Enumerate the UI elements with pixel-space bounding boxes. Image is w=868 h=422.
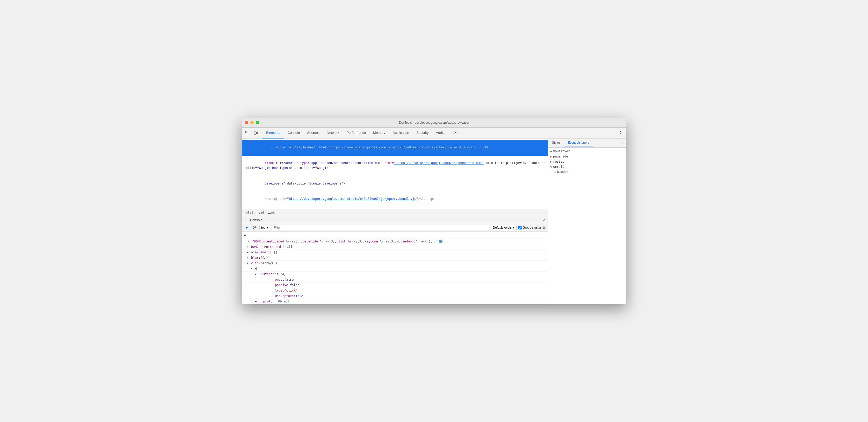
- event-item-pagehide[interactable]: ▶ pagehide: [548, 154, 626, 159]
- expand-arrow-proto[interactable]: ▶: [255, 300, 257, 303]
- inspect-element-icon[interactable]: [244, 129, 251, 137]
- sep-click: :: [260, 261, 262, 265]
- val-listener: f (d): [276, 272, 286, 276]
- console-settings-icon[interactable]: ⚙: [542, 226, 546, 230]
- more-right-tabs-icon[interactable]: »: [619, 138, 626, 147]
- key-usecapture: useCapture: [259, 294, 294, 298]
- entry-index-0[interactable]: ▼ 0:: [242, 266, 548, 271]
- info-icon[interactable]: i: [439, 239, 442, 243]
- scroll-expand-icon[interactable]: ▼: [551, 165, 552, 168]
- run-script-icon[interactable]: [244, 225, 250, 231]
- context-value: top: [261, 226, 266, 229]
- device-toolbar-icon[interactable]: [252, 129, 259, 137]
- tab-event-listeners[interactable]: Event Listeners: [564, 139, 593, 147]
- val-once: false: [284, 278, 294, 282]
- tab-security[interactable]: Security: [413, 128, 432, 138]
- dom-line-selected[interactable]: ... <link rel="stylesheet" href="https:/…: [242, 140, 548, 156]
- main-tabs: Elements Console Sources Network Perform…: [262, 128, 617, 138]
- block-icon[interactable]: [252, 225, 258, 231]
- tab-memory[interactable]: Memory: [370, 128, 389, 138]
- expand-arrow-blur[interactable]: ▶: [247, 256, 248, 259]
- dom-line-2[interactable]: <link rel="search" type="application/ope…: [242, 156, 548, 176]
- stylesheet-url[interactable]: "https://developers.google.com/_static/6…: [329, 146, 475, 150]
- close-button[interactable]: [245, 121, 248, 124]
- sep-usecapture: :: [294, 294, 296, 298]
- event-item-scroll[interactable]: ▼ scroll: [548, 164, 626, 169]
- key-click: click: [251, 261, 260, 265]
- tab-console[interactable]: Console: [284, 128, 304, 138]
- breadcrumb-head[interactable]: head: [255, 210, 265, 215]
- entry-usecapture[interactable]: useCapture: true: [242, 293, 548, 299]
- expand-arrow-idx0[interactable]: ▼: [251, 267, 253, 270]
- entry-type[interactable]: type: "click": [242, 288, 548, 293]
- key-ajaxsend: ajaxSend: [251, 251, 266, 254]
- expand-arrow-listener[interactable]: ▶: [255, 272, 257, 275]
- scroll-label: scroll: [553, 165, 564, 169]
- entry-click[interactable]: ▼ click: Array(3): [242, 261, 548, 266]
- data-title-val: "Google Developers": [308, 182, 343, 186]
- entry-blur[interactable]: ▶ blur: [{…}]: [242, 255, 548, 261]
- key-once: once: [259, 278, 282, 282]
- window-expand-icon[interactable]: ▶: [555, 170, 556, 173]
- entry-ajaxsend[interactable]: ▶ ajaxSend: [{…}]: [242, 250, 548, 255]
- entry-once[interactable]: once: false: [242, 277, 548, 283]
- key-idx0: 0:: [255, 267, 259, 270]
- event-item-resize[interactable]: ▶ resize: [548, 159, 626, 164]
- tab-audits[interactable]: Audits: [432, 128, 449, 138]
- console-entry-root[interactable]: ▼ {DOMContentLoaded: Array(1), pagehide:…: [242, 239, 548, 244]
- right-panel: Styles Event Listeners » ▶ mouseover ▶ p…: [548, 138, 626, 304]
- dom-line-3[interactable]: <script src="https://developers.google.c…: [242, 192, 548, 207]
- minimize-button[interactable]: [250, 121, 254, 124]
- tab-axe[interactable]: aXe: [449, 128, 462, 138]
- entry-listener[interactable]: ▶ listener: f (d): [242, 271, 548, 277]
- console-close-icon[interactable]: ✕: [542, 218, 546, 222]
- arr3: Array(3): [348, 239, 363, 243]
- resize-expand-icon[interactable]: ▶: [551, 160, 552, 163]
- group-similar-checkbox[interactable]: [518, 226, 522, 229]
- tab-sources[interactable]: Sources: [304, 128, 323, 138]
- sep-proto: :: [276, 300, 278, 303]
- comma2: ,: [335, 239, 337, 243]
- expand-arrow-ajax[interactable]: ▶: [247, 251, 248, 254]
- key-type: type: [259, 289, 282, 292]
- more-tabs-icon[interactable]: ⋮: [617, 129, 624, 137]
- tab-network[interactable]: Network: [323, 128, 343, 138]
- expand-arrow-root[interactable]: ▼: [248, 240, 249, 243]
- arr1: Array(1): [286, 239, 301, 243]
- tab-performance[interactable]: Performance: [343, 128, 369, 138]
- expand-arrow-click[interactable]: ▼: [247, 262, 248, 264]
- tab-application[interactable]: Application: [389, 128, 413, 138]
- comma3: ,: [363, 239, 365, 243]
- event-item-mouseover[interactable]: ▶ mouseover: [548, 149, 626, 154]
- levels-selector[interactable]: Default levels ▾: [491, 225, 517, 230]
- svg-marker-3: [246, 226, 248, 229]
- filter-input[interactable]: [272, 225, 489, 230]
- console-menu-icon[interactable]: ⋮: [244, 218, 248, 222]
- script-partial: <script src=: [265, 197, 287, 201]
- tab-elements[interactable]: Elements: [262, 128, 284, 138]
- scroll-child-window[interactable]: ▶ Window: [548, 169, 626, 174]
- mouseover-expand-icon[interactable]: ▶: [551, 150, 552, 153]
- pagehide-expand-icon[interactable]: ▶: [551, 155, 552, 158]
- context-selector[interactable]: top ▾: [259, 225, 270, 230]
- breadcrumb-html[interactable]: html: [245, 210, 254, 215]
- back-arrow-icon[interactable]: ◀: [244, 233, 246, 237]
- entry-passive[interactable]: passive: false: [242, 283, 548, 288]
- rest-attrs: data-tooltip-align=: [484, 161, 521, 165]
- tab-styles[interactable]: Styles: [548, 139, 564, 147]
- group-similar-checkbox-group: Group similar: [518, 226, 541, 229]
- breadcrumb-link[interactable]: link: [266, 210, 276, 215]
- val-blur: [{…}]: [260, 256, 270, 260]
- tag-close: >: [343, 182, 345, 186]
- val-type: "click": [284, 289, 298, 292]
- arr4: Array(3): [380, 239, 395, 243]
- entry-domcontentloaded[interactable]: ▶ DOMContentLoaded: [{…}]: [242, 244, 548, 250]
- comma1: ,: [301, 239, 303, 243]
- jquery-url[interactable]: "https://developers.google.com/_static/6…: [287, 197, 418, 201]
- maximize-button[interactable]: [256, 121, 259, 124]
- opensearch-url[interactable]: "https://developers.google.com/s/opensea…: [394, 161, 484, 165]
- console-toolbar: top ▾ Default levels ▾ Group similar ⚙: [242, 224, 548, 232]
- expand-arrow-domcl[interactable]: ▶: [247, 245, 248, 248]
- svg-rect-2: [256, 132, 257, 134]
- entry-proto[interactable]: ▶ __proto__: Object: [242, 299, 548, 304]
